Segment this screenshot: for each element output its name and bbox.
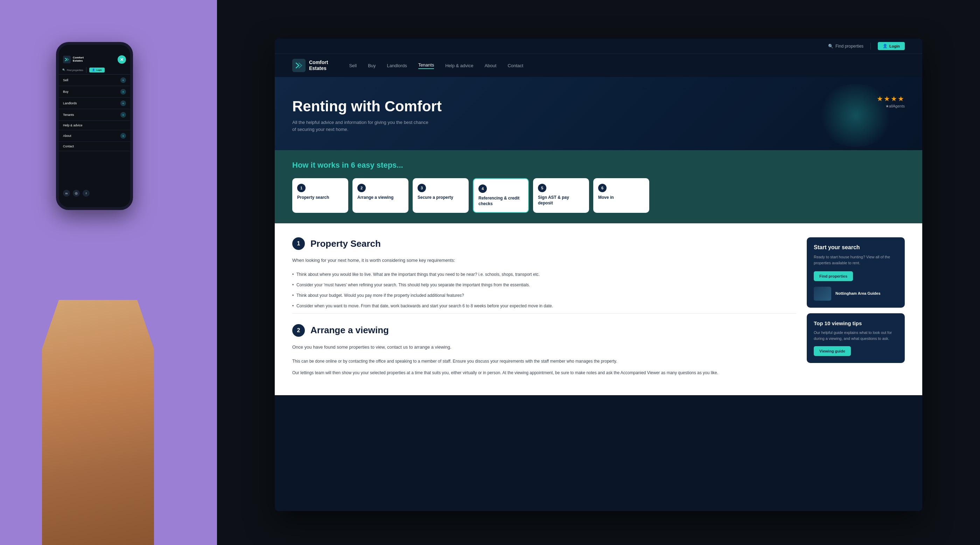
phone-menu-item-contact[interactable]: Contact [59,142,130,151]
hero-subtitle: All the helpful advice and information f… [292,119,432,133]
step-label-5: Sign AST & pay deposit [538,195,584,206]
step-card-1[interactable]: 1 Property search [292,178,348,213]
phone-logo: Comfort Estates [63,56,84,63]
instagram-icon[interactable]: ◎ [73,190,80,197]
sidebar-search-title: Start your search [814,244,898,251]
section2-header: 2 Arrange a viewing [292,324,796,337]
guide-label: Nottingham Area Guides [835,291,881,296]
nav-link-help[interactable]: Help & advice [445,63,473,68]
steps-title: How it works in 6 easy steps... [292,161,905,170]
viewing-tips-text: Our helpful guide explains what to look … [814,330,898,341]
step-number-4: 4 [479,185,487,193]
viewing-tips-title: Top 10 viewing tips [814,320,898,326]
phone-menu-item-landlords[interactable]: Landlords + [59,98,130,109]
step-label-4: Referencing & credit checks [479,196,523,207]
step-card-6[interactable]: 6 Move in [593,178,649,213]
step-number-2: 2 [357,184,366,192]
bullet-4: Consider when you want to move. From tha… [292,303,796,309]
utility-login-button[interactable]: 👤 Login [878,42,905,50]
sidebar-guide-item: Nottingham Area Guides [814,287,898,301]
browser-container: 🔍 Find properties 👤 Login [275,38,922,511]
nav-link-buy[interactable]: Buy [368,63,375,68]
phone-nav-bar: 🔍 Find properties 👤 Login [59,66,130,75]
bullet-1: Think about where you would like to live… [292,271,796,277]
site-navigation: Comfort Estates Sell Buy Landlords Tenan… [275,54,922,77]
section2-description: Once you have found some properties to v… [292,344,796,351]
linkedin-icon[interactable]: in [63,190,70,197]
sidebar-search-text: Ready to start house hunting? View all o… [814,254,898,266]
find-properties-button[interactable]: Find properties [814,271,853,281]
phone-mockup: Comfort Estates 🔍 Find properties 👤 Logi… [56,42,133,210]
step-card-2[interactable]: 2 Arrange a viewing [352,178,409,213]
utility-divider [870,43,871,50]
allagents-stars: ★★★★ [877,94,905,103]
phone-menu-item-help[interactable]: Help & advice [59,121,130,130]
hero-section: Renting with Comfort All the helpful adv… [275,77,922,150]
step-card-5[interactable]: 5 Sign AST & pay deposit [533,178,589,213]
buy-expand-icon: + [120,89,126,94]
nav-logo-text: Comfort Estates [309,59,328,72]
nav-link-about[interactable]: About [484,63,496,68]
about-expand-icon: + [120,133,126,139]
steps-section: How it works in 6 easy steps... 1 Proper… [275,150,922,223]
utility-bar: 🔍 Find properties 👤 Login [275,38,922,54]
section2-number: 2 [292,324,305,337]
step-card-3[interactable]: 3 Secure a property [413,178,469,213]
step-card-4[interactable]: 4 Referencing & credit checks [473,178,529,213]
viewing-guide-button[interactable]: Viewing guide [814,346,851,356]
phone-menu-item-sell[interactable]: Sell + [59,75,130,86]
phone-menu: Sell + Buy + Landlords + Tenants + Help … [59,75,130,151]
nav-link-sell[interactable]: Sell [349,63,356,68]
section1-description: When looking for your next home, it is w… [292,257,796,264]
main-content: 1 Property Search When looking for your … [275,223,922,395]
phone-menu-item-buy[interactable]: Buy + [59,86,130,98]
step-number-3: 3 [418,184,426,192]
section1-header: 1 Property Search [292,237,796,250]
phone-menu-item-tenants[interactable]: Tenants + [59,109,130,121]
nav-logo: Comfort Estates [292,59,328,72]
step-label-6: Move in [598,195,614,201]
section1-bullets: Think about where you would like to live… [292,271,796,309]
website-wrapper: 🔍 Find properties 👤 Login [275,38,922,511]
step-label-2: Arrange a viewing [357,195,393,201]
nav-link-contact[interactable]: Contact [508,63,523,68]
section2-body1: This can be done online or by contacting… [292,358,796,365]
hand-holding-phone [0,300,217,545]
sidebar-card-viewing-tips: Top 10 viewing tips Our helpful guide ex… [807,313,905,363]
tenants-expand-icon: + [120,112,126,118]
phone-menu-item-about[interactable]: About + [59,130,130,142]
nav-link-tenants[interactable]: Tenants [418,62,434,69]
phone-login-button[interactable]: 👤 Login [89,68,105,72]
utility-find-properties[interactable]: 🔍 Find properties [828,44,864,49]
phone-find-properties[interactable]: 🔍 Find properties [62,69,83,72]
phone-screen: Comfort Estates 🔍 Find properties 👤 Logi… [59,45,130,207]
steps-grid: 1 Property search 2 Arrange a viewing 3 … [292,178,905,213]
right-panel: 🔍 Find properties 👤 Login [217,0,980,545]
section1-title: Property Search [310,238,381,249]
step-label-1: Property search [297,195,329,201]
nav-link-landlords[interactable]: Landlords [387,63,407,68]
hero-background-orb [817,84,894,147]
user-icon: 👤 [883,44,888,48]
bullet-2: Consider your 'must haves' when refining… [292,282,796,288]
facebook-icon[interactable]: f [83,190,90,197]
content-left: 1 Property Search When looking for your … [292,237,796,381]
guide-thumbnail [814,287,831,301]
phone-logo-text: Comfort Estates [73,56,84,63]
left-panel: Comfort Estates 🔍 Find properties 👤 Logi… [0,0,217,545]
phone-close-button[interactable] [118,55,126,64]
section2-body2: Our lettings team will then show you you… [292,370,796,376]
landlords-expand-icon: + [120,100,126,106]
step-number-5: 5 [538,184,546,192]
allagents-badge: ★★★★ ★allAgents [877,94,905,108]
step-number-1: 1 [297,184,305,192]
section-arrange-viewing: 2 Arrange a viewing Once you have found … [292,313,796,376]
phone-logo-icon [63,56,71,63]
phone-header: Comfort Estates [59,53,130,66]
step-label-3: Secure a property [418,195,453,201]
step-number-6: 6 [598,184,606,192]
sidebar-card-search: Start your search Ready to start house h… [807,237,905,308]
section2-title: Arrange a viewing [310,325,389,336]
nav-logo-icon [292,59,305,72]
allagents-text: ★allAgents [886,104,905,108]
